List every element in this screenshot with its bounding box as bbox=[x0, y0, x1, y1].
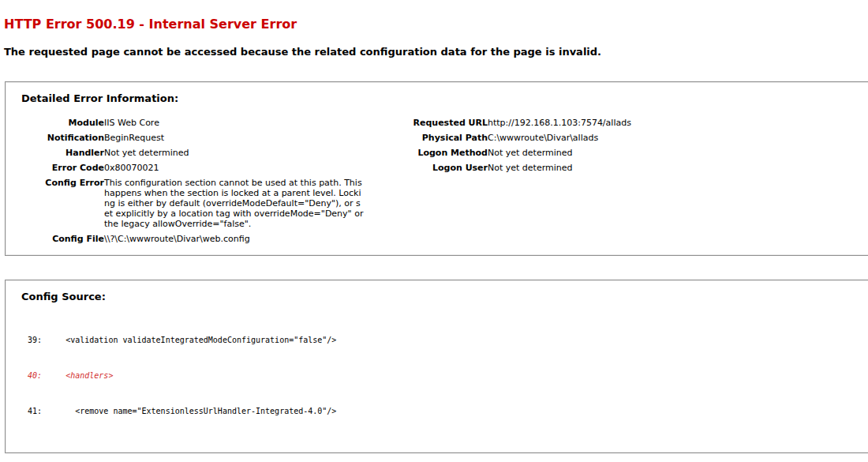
detail-label-notification: Notification bbox=[18, 130, 104, 145]
detail-label-logon-user: Logon User bbox=[382, 160, 488, 175]
detail-value-handler: Not yet determined bbox=[104, 145, 365, 160]
config-source-heading: Config Source: bbox=[21, 291, 868, 302]
table-row-error-code: Error Code 0x80070021 bbox=[18, 160, 365, 175]
detail-label-physical-path: Physical Path bbox=[382, 130, 488, 145]
detail-value-notification: BeginRequest bbox=[104, 130, 365, 145]
detail-value-logon-method: Not yet determined bbox=[488, 145, 631, 160]
detail-label-handler: Handler bbox=[18, 145, 104, 160]
page-subtitle: The requested page cannot be accessed be… bbox=[4, 46, 868, 58]
page-title: HTTP Error 500.19 - Internal Server Erro… bbox=[4, 17, 868, 32]
table-row-config-error: Config Error This configuration section … bbox=[18, 175, 365, 231]
table-row-handler: Handler Not yet determined bbox=[18, 145, 365, 160]
detail-table-right: Requested URL http://192.168.1.103:7574/… bbox=[382, 115, 631, 175]
detail-label-logon-method: Logon Method bbox=[382, 145, 488, 160]
config-source-inner: Config Source: 39: <validation validateI… bbox=[6, 280, 868, 453]
detailed-error-information-inner: Detailed Error Information: Module IIS W… bbox=[6, 82, 868, 255]
config-source-line-39: 39: <validation validateIntegratedModeCo… bbox=[18, 334, 868, 346]
detail-label-config-error: Config Error bbox=[18, 175, 104, 231]
detail-value-config-error: This configuration section cannot be use… bbox=[104, 175, 365, 231]
detail-value-error-code: 0x80070021 bbox=[104, 160, 365, 175]
detail-value-module: IIS Web Core bbox=[104, 115, 365, 130]
table-row-physical-path: Physical Path C:\wwwroute\Divar\allads bbox=[382, 130, 631, 145]
table-row-logon-method: Logon Method Not yet determined bbox=[382, 145, 631, 160]
table-row-module: Module IIS Web Core bbox=[18, 115, 365, 130]
table-row-requested-url: Requested URL http://192.168.1.103:7574/… bbox=[382, 115, 631, 130]
config-source-code: 39: <validation validateIntegratedModeCo… bbox=[18, 310, 868, 441]
config-source-line-40-error: 40: <handlers> bbox=[18, 370, 868, 381]
detailed-error-information-box: Detailed Error Information: Module IIS W… bbox=[5, 81, 868, 256]
table-row-logon-user: Logon User Not yet determined bbox=[382, 160, 631, 175]
config-source-line-41: 41: <remove name="ExtensionlessUrlHandle… bbox=[18, 405, 868, 417]
table-row-config-file: Config File \\?\C:\wwwroute\Divar\web.co… bbox=[18, 231, 365, 246]
detail-table-left: Module IIS Web Core Notification BeginRe… bbox=[18, 115, 365, 246]
detail-value-requested-url: http://192.168.1.103:7574/allads bbox=[488, 115, 631, 130]
detail-label-requested-url: Requested URL bbox=[382, 115, 488, 130]
config-source-box: Config Source: 39: <validation validateI… bbox=[5, 280, 868, 453]
detail-value-physical-path: C:\wwwroute\Divar\allads bbox=[488, 130, 631, 145]
detail-label-module: Module bbox=[18, 115, 104, 130]
detail-label-config-file: Config File bbox=[18, 231, 104, 246]
detail-value-logon-user: Not yet determined bbox=[488, 160, 631, 175]
detail-columns: Module IIS Web Core Notification BeginRe… bbox=[18, 115, 868, 246]
detail-value-config-file: \\?\C:\wwwroute\Divar\web.config bbox=[104, 231, 365, 246]
table-row-notification: Notification BeginRequest bbox=[18, 130, 365, 145]
detailed-error-heading: Detailed Error Information: bbox=[21, 92, 868, 104]
detail-label-error-code: Error Code bbox=[18, 160, 104, 175]
